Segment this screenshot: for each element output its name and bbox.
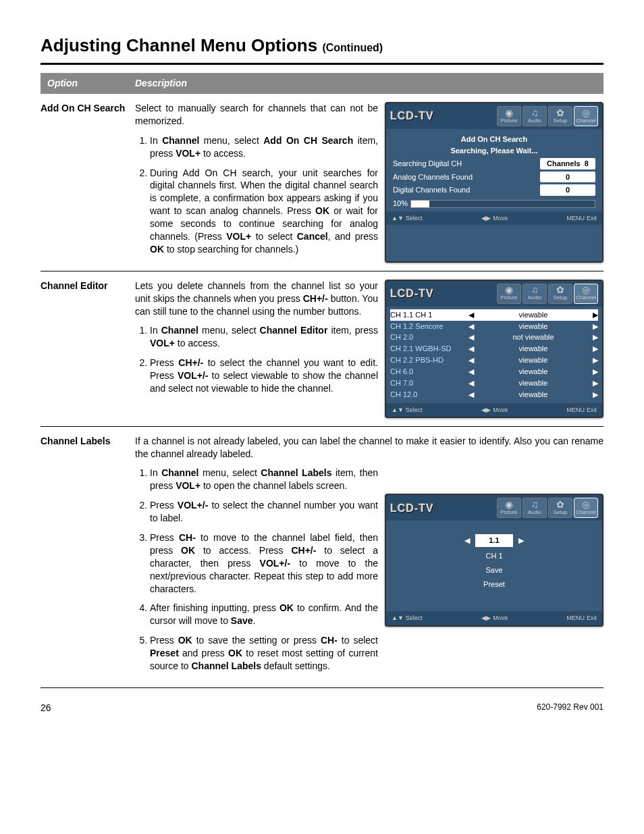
column-header: Option Description <box>41 73 603 94</box>
tv-screenshot-add-on: LCD-TV ◉Picture ♫Audio ✿Setup ◎Channel A… <box>385 102 603 263</box>
channel-row: CH 1.1 CH 1◀viewable▶ <box>390 309 598 321</box>
channel-row: CH 1.2 Sencore◀viewable▶ <box>390 321 598 332</box>
channel-row: CH 2.1 WGBH-SD◀viewable▶ <box>390 343 598 355</box>
tab-setup: ✿Setup <box>548 106 572 126</box>
tab-setup: ✿Setup <box>548 284 572 304</box>
tab-audio: ♫Audio <box>522 106 547 126</box>
channel-row: CH 7.0◀viewable▶ <box>390 377 598 389</box>
page-footer: 26 620-7992 Rev 001 <box>41 702 603 714</box>
option-description: If a channel is not already labeled, you… <box>135 435 603 679</box>
section-channel-editor: Channel Editor Lets you delete channels … <box>41 271 603 427</box>
channel-row: CH 6.0◀viewable▶ <box>390 366 598 377</box>
option-name: Channel Editor <box>41 280 128 418</box>
tab-audio: ♫Audio <box>522 284 547 304</box>
option-name: Add On CH Search <box>41 102 128 263</box>
tab-channel: ◎Channel <box>574 106 598 126</box>
tv-logo: LCD-TV <box>390 501 494 516</box>
channel-row: CH 2.0◀not viewable▶ <box>390 332 598 343</box>
tab-channel: ◎Channel <box>574 284 598 304</box>
channel-row: CH 2.2 PBS-HD◀viewable▶ <box>390 355 598 366</box>
tv-screenshot-labels: LCD-TV ◉Picture ♫Audio ✿Setup ◎Channel ◀… <box>385 494 603 626</box>
section-add-on-ch-search: Add On CH Search Select to manually sear… <box>41 94 603 271</box>
tab-setup: ✿Setup <box>548 498 572 518</box>
tab-channel: ◎Channel <box>574 498 598 518</box>
channel-row: CH 12.0◀viewable▶ <box>390 389 598 400</box>
revision-number: 620-7992 Rev 001 <box>537 702 603 714</box>
tab-picture: ◉Picture <box>497 106 521 126</box>
page-number: 26 <box>41 702 51 714</box>
tv-logo: LCD-TV <box>390 109 494 124</box>
section-channel-labels: Channel Labels If a channel is not alrea… <box>41 427 603 688</box>
tv-screenshot-editor: LCD-TV ◉Picture ♫Audio ✿Setup ◎Channel C… <box>385 280 603 418</box>
option-description: Lets you delete channels from the channe… <box>135 280 378 418</box>
tab-picture: ◉Picture <box>497 498 521 518</box>
tab-picture: ◉Picture <box>497 284 521 304</box>
option-description: Select to manually search for channels t… <box>135 102 378 263</box>
tab-audio: ♫Audio <box>522 498 547 518</box>
option-name: Channel Labels <box>41 435 128 679</box>
title-rule <box>41 63 603 65</box>
tv-logo: LCD-TV <box>390 286 494 301</box>
channel-list: CH 1.1 CH 1◀viewable▶ CH 1.2 Sencore◀vie… <box>386 307 602 403</box>
page-title: Adjusting Channel Menu Options (Continue… <box>41 34 603 57</box>
